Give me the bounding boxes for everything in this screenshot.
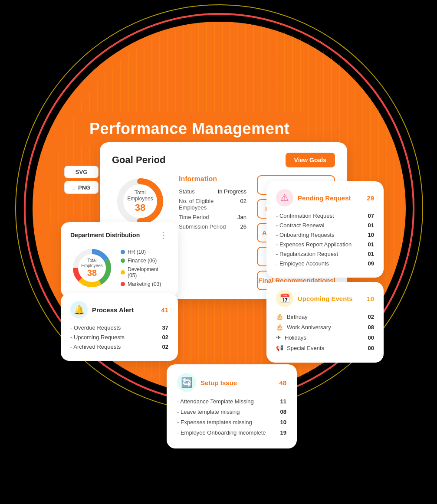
holidays-left: ✈ Holidays [276,334,306,341]
leave-value: 08 [280,409,286,415]
information-title: Information [179,175,246,183]
special-icon: 📢 [276,344,283,351]
upcoming-row-holidays: ✈ Holidays 00 [276,334,374,341]
png-label: PNG [78,184,90,191]
setup-title: Setup Issue [200,379,237,386]
confirmation-value: 07 [368,213,374,219]
legend-dot-development [121,270,125,275]
process-alert-card: 🔔 Process Alert 41 - Overdue Requests 37… [61,293,178,361]
process-alert-header: 🔔 Process Alert 41 [70,301,168,318]
setup-row-expenses: - Expenses templates missing 10 [177,419,286,425]
special-label: Special Events [287,345,324,351]
pm-title-card: Performance Management [74,112,305,146]
goal-period-header: Goal Period View Goals [112,153,335,167]
birthday-value: 02 [368,314,374,320]
process-alert-count: 41 [161,306,168,314]
contract-label: - Contract Renewal [276,222,324,229]
dept-body: Total Employees 38 HR (10) Finance (06) … [70,246,168,290]
onboarding-value: 10 [368,232,374,238]
view-goals-button[interactable]: View Goals [286,153,335,167]
legend-hr: HR (10) [121,249,168,255]
legend-dot-finance [121,259,125,263]
pending-row-regularization: - Regularization Request 01 [276,251,374,257]
time-period-value: Jan [237,214,246,220]
confirmation-label: - Confirmation Request [276,213,334,219]
dept-donut-label: Total Employees 38 [81,258,102,278]
anniversary-icon: 🎂 [276,324,283,331]
pending-row-contract: - Contract Renewal 01 [276,222,374,229]
expenses-label: - Expences Report Application [276,241,352,248]
pending-count: 29 [367,194,374,202]
eligible-label: No. of Eligible Employees [179,198,240,211]
donut-chart: Total Employees 38 [114,175,166,227]
alert-row-archived: - Archived Requests 02 [70,344,168,350]
png-export-button[interactable]: ↓ PNG [64,181,99,194]
accounts-value: 09 [368,260,374,267]
regularization-label: - Regularization Request [276,251,338,257]
anniversary-value: 08 [368,324,374,331]
status-value: In Progress [218,188,246,195]
department-distribution-card: Department Distribution ⋮ Total [61,222,178,298]
legend-label-finance: Finance (06) [128,258,157,264]
contract-value: 01 [368,222,374,229]
legend-dot-hr [121,250,125,254]
pending-row-onboarding: - Onboarding Requests 10 [276,232,374,238]
setup-header: 🔄 Setup Issue 48 [177,373,286,392]
legend-dot-marketing [121,282,125,286]
onb-value: 19 [280,429,286,436]
warning-icon: ⚠ [276,189,293,206]
onb-label: - Employee Onboarding Incomplete [177,429,266,436]
special-value: 00 [368,345,374,351]
upcoming-value: 02 [162,334,168,340]
bell-icon: 🔔 [70,301,88,318]
svg-export-button[interactable]: SVG [64,166,99,178]
birthday-icon: 🎂 [276,313,283,320]
alert-row-upcoming: - Upcoming Requests 02 [70,334,168,340]
info-row-eligible: No. of Eligible Employees 02 [179,198,246,211]
calendar-icon: 📅 [276,290,293,307]
holidays-label: Holidays [285,334,306,341]
dept-label-sub: Employees [81,263,102,268]
upcoming-label: - Upcoming Requests [70,334,125,340]
dept-card-header: Department Distribution ⋮ [70,230,168,240]
legend-finance: Finance (06) [121,258,168,264]
setup-row-attendance: - Attendance Template Missing 11 [177,398,286,405]
info-row-status: Status In Progress [179,188,246,195]
legend-marketing: Marketing (03) [121,281,168,287]
special-left: 📢 Special Events [276,344,324,351]
birthday-label: Birthday [287,314,308,320]
donut-label-line2: Employees [127,196,153,202]
dept-label-value: 38 [81,268,102,278]
pending-request-card: ⚠ Pending Request 29 - Confirmation Requ… [266,181,384,278]
expenses-value: 01 [368,241,374,248]
onboarding-label: - Onboarding Requests [276,232,334,238]
info-row-time: Time Period Jan [179,214,246,220]
exp-label: - Expenses templates missing [177,419,252,425]
submission-value: 26 [240,223,246,230]
donut-value: 38 [127,202,153,213]
time-period-label: Time Period [179,214,209,220]
archived-value: 02 [162,344,168,350]
overdue-label: - Overdue Requests [70,324,121,331]
holidays-icon: ✈ [276,334,281,341]
upcoming-header: 📅 Upcoming Events 10 [276,290,374,307]
setup-row-onboarding: - Employee Onboarding Incomplete 19 [177,429,286,436]
upcoming-events-card: 📅 Upcoming Events 10 🎂 Birthday 02 🎂 Wor… [266,282,384,363]
pending-row-accounts: - Employee Accounts 09 [276,260,374,267]
alert-row-overdue: - Overdue Requests 37 [70,324,168,331]
setup-row-leave: - Leave template missing 08 [177,409,286,415]
dept-legend: HR (10) Finance (06) Development (05) Ma… [121,249,168,287]
goal-period-title: Goal Period [112,154,165,166]
setup-issue-card: 🔄 Setup Issue 48 - Attendance Template M… [167,364,297,448]
holidays-value: 00 [368,334,374,341]
pending-header: ⚠ Pending Request 29 [276,189,374,206]
legend-development: Development (05) [121,266,168,278]
anniversary-left: 🎂 Work Anniversary [276,324,331,331]
dept-more-button[interactable]: ⋮ [159,230,168,240]
status-label: Status [179,188,195,195]
dept-card-title: Department Distribution [70,232,140,239]
attendance-label: - Attendance Template Missing [177,398,254,405]
legend-label-marketing: Marketing (03) [128,281,161,287]
export-buttons: SVG ↓ PNG [64,166,99,194]
dept-donut-chart: Total Employees 38 [70,246,114,290]
